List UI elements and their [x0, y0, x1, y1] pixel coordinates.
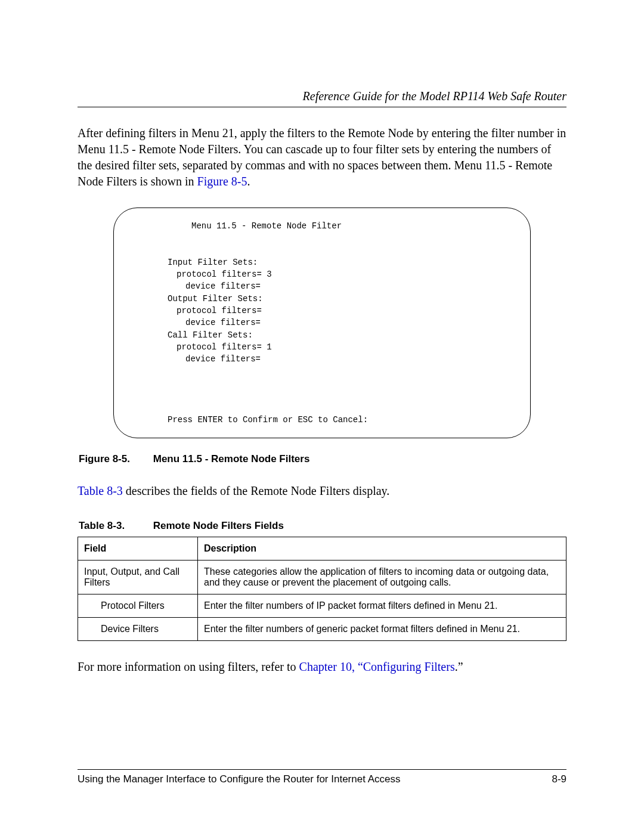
call-header: Call Filter Sets: — [132, 329, 512, 341]
table-intro-paragraph: Table 8-3 describes the fields of the Re… — [78, 483, 566, 499]
figure-reference-link[interactable]: Figure 8-5 — [197, 175, 247, 188]
page-footer: Using the Manager Interface to Configure… — [78, 769, 566, 785]
chapter-reference-link[interactable]: Chapter 10, “Configuring Filters — [299, 660, 455, 673]
output-header: Output Filter Sets: — [132, 293, 512, 305]
more-info-after: .” — [455, 660, 463, 673]
table-caption-label: Table 8-3. — [79, 520, 150, 532]
intro-paragraph: After defining filters in Menu 21, apply… — [78, 125, 566, 190]
table-header-row: Field Description — [78, 537, 566, 561]
menu-display-box: Menu 11.5 - Remote Node Filter Input Fil… — [113, 208, 531, 438]
th-field: Field — [78, 537, 198, 561]
input-header: Input Filter Sets: — [132, 256, 512, 268]
footer-rule — [78, 769, 566, 770]
call-protocol: protocol filters= 1 — [132, 341, 512, 353]
cell-desc-1: Enter the filter numbers of IP packet fo… — [198, 594, 566, 618]
intro-text: After defining filters in Menu 21, apply… — [78, 126, 566, 188]
blank-line-3 — [132, 401, 512, 413]
cell-field-2-text: Device Filters — [84, 624, 159, 634]
table-reference-link[interactable]: Table 8-3 — [78, 484, 123, 497]
cell-field-1-text: Protocol Filters — [84, 600, 165, 611]
menu-footer: Press ENTER to Confirm or ESC to Cancel: — [132, 414, 512, 426]
menu-title: Menu 11.5 - Remote Node Filter — [132, 220, 512, 232]
header-rule — [78, 107, 566, 107]
call-device: device filters= — [132, 353, 512, 365]
input-protocol: protocol filters= 3 — [132, 268, 512, 280]
output-device: device filters= — [132, 317, 512, 329]
footer-line: Using the Manager Interface to Configure… — [78, 773, 566, 785]
more-info-paragraph: For more information on using filters, r… — [78, 659, 566, 675]
table-row: Protocol Filters Enter the filter number… — [78, 594, 566, 618]
figure-caption: Figure 8-5. Menu 11.5 - Remote Node Filt… — [79, 453, 566, 465]
table-caption: Table 8-3. Remote Node Filters Fields — [79, 520, 566, 532]
cell-field-0: Input, Output, and Call Filters — [78, 561, 198, 594]
output-protocol: protocol filters= — [132, 305, 512, 317]
more-info-before: For more information on using filters, r… — [78, 660, 299, 673]
cell-field-2: Device Filters — [78, 618, 198, 641]
running-header: Reference Guide for the Model RP114 Web … — [78, 89, 566, 103]
table-intro-after: describes the fields of the Remote Node … — [123, 484, 390, 497]
figure-caption-label: Figure 8-5. — [79, 453, 150, 465]
fields-table: Field Description Input, Output, and Cal… — [78, 537, 566, 641]
table-caption-text: Remote Node Filters Fields — [153, 520, 284, 531]
table-row: Input, Output, and Call Filters These ca… — [78, 561, 566, 594]
blank-line — [132, 244, 512, 256]
cell-desc-2: Enter the filter numbers of generic pack… — [198, 618, 566, 641]
page: Reference Guide for the Model RP114 Web … — [0, 0, 644, 833]
figure-caption-text: Menu 11.5 - Remote Node Filters — [153, 453, 310, 465]
blank-line-2 — [132, 377, 512, 389]
footer-left: Using the Manager Interface to Configure… — [78, 773, 400, 785]
cell-desc-0: These categories allow the application o… — [198, 561, 566, 594]
footer-right: 8-9 — [552, 773, 566, 785]
th-description: Description — [198, 537, 566, 561]
cell-field-1: Protocol Filters — [78, 594, 198, 618]
intro-after: . — [247, 175, 250, 188]
table-row: Device Filters Enter the filter numbers … — [78, 618, 566, 641]
input-device: device filters= — [132, 280, 512, 292]
